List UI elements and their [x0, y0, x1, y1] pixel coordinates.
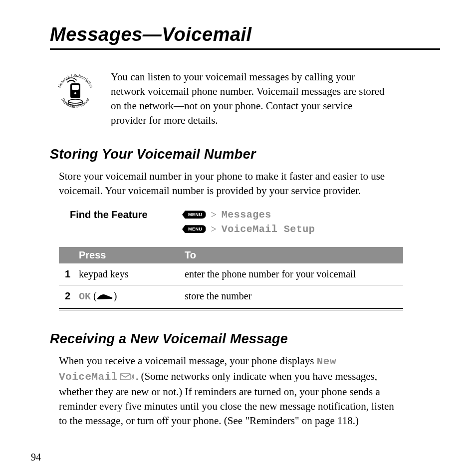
menu-key-icon: MENU [182, 225, 206, 233]
svg-point-5 [68, 99, 82, 103]
step-press: keypad keys [79, 263, 179, 285]
menu-path-messages: Messages [222, 209, 271, 221]
steps-table: Press To 1 keypad keys enter the phone n… [59, 247, 403, 308]
body-text: When you receive a voicemail message, yo… [59, 355, 317, 367]
table-row: 2 OK () store the number [59, 285, 403, 308]
step-number: 1 [59, 263, 79, 285]
menu-path-row: MENU > VoiceMail Setup [182, 224, 315, 235]
find-feature-paths: MENU > Messages MENU > VoiceMail Setup [182, 209, 315, 235]
svg-point-4 [74, 92, 76, 94]
table-row: 1 keypad keys enter the phone number for… [59, 263, 403, 285]
section-storing-heading: Storing Your Voicemail Number [50, 147, 440, 162]
menu-path-row: MENU > Messages [182, 209, 315, 221]
find-feature-label: Find the Feature [70, 209, 182, 235]
page-title: Messages—Voicemail [50, 24, 440, 45]
step-to: store the number [179, 285, 403, 308]
svg-rect-6 [120, 374, 130, 380]
breadcrumb-separator: > [211, 224, 217, 235]
ok-key-label: OK [79, 291, 91, 302]
intro-block: Network / Subscription Dependent Feature… [54, 70, 440, 128]
step-number: 2 [59, 285, 79, 308]
section-receiving-heading: Receiving a New Voicemail Message [50, 331, 440, 347]
title-divider [50, 48, 440, 50]
step-press: OK () [79, 285, 179, 308]
voicemail-envelope-icon [120, 370, 135, 385]
section-storing-body: Store your voicemail number in your phon… [59, 169, 398, 198]
network-feature-icon: Network / Subscription Dependent Feature [54, 71, 97, 128]
col-to: To [179, 247, 403, 263]
section-receiving-body: When you receive a voicemail message, yo… [59, 354, 398, 428]
svg-rect-3 [72, 85, 79, 90]
col-blank [59, 247, 79, 263]
breadcrumb-separator: > [211, 209, 217, 221]
menu-path-voicemail-setup: VoiceMail Setup [222, 224, 315, 235]
menu-key-icon: MENU [182, 211, 206, 219]
step-to: enter the phone number for your voicemai… [179, 263, 403, 285]
intro-text: You can listen to your voicemail message… [111, 70, 390, 128]
col-press: Press [79, 247, 179, 263]
table-end-rule [59, 308, 403, 310]
softkey-icon [97, 290, 114, 304]
paren-close: ) [114, 290, 117, 301]
find-the-feature: Find the Feature MENU > Messages MENU > … [70, 209, 440, 235]
page-number: 94 [31, 452, 41, 463]
paren-open: ( [93, 290, 97, 301]
